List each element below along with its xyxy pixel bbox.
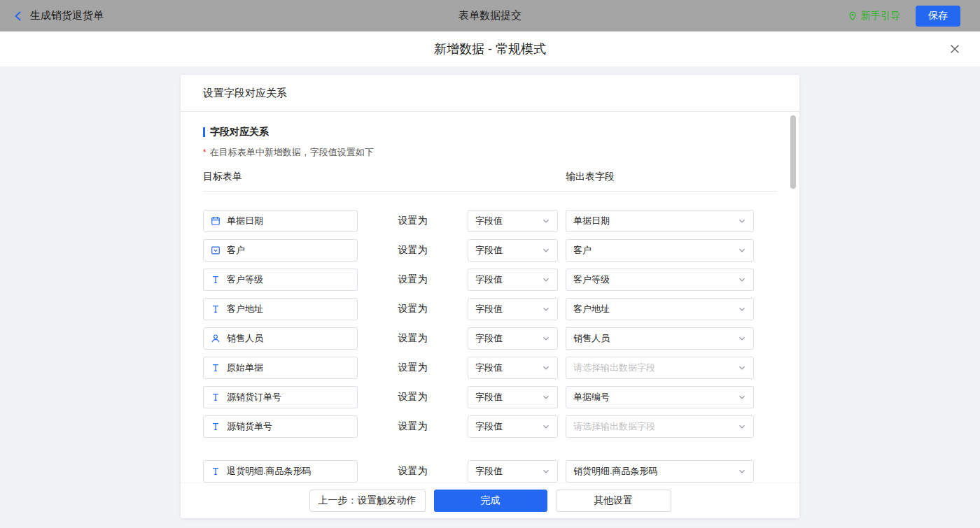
text-field-icon: [211, 275, 220, 285]
column-header-output-fields: 输出表字段: [566, 171, 615, 183]
value-mode-select[interactable]: 字段值: [468, 239, 558, 262]
output-field-select[interactable]: 客户: [566, 239, 754, 262]
value-mode-label: 字段值: [475, 332, 503, 345]
set-as-label: 设置为: [358, 391, 468, 404]
output-field-select[interactable]: 请选择输出数据字段: [566, 357, 754, 379]
output-field-label: 请选择输出数据字段: [573, 362, 655, 374]
section-accent-bar: [203, 127, 205, 137]
target-field-label: 源销货单号: [227, 420, 272, 433]
value-mode-label: 字段值: [475, 244, 503, 257]
output-field-select[interactable]: 客户等级: [566, 269, 754, 291]
field-mapping-row: 单据日期设置为字段值单据日期: [203, 210, 777, 232]
text-field-icon: [211, 363, 220, 373]
chevron-down-icon: [738, 422, 746, 431]
target-field-label: 单据日期: [227, 215, 263, 227]
value-mode-label: 字段值: [475, 465, 503, 478]
set-as-label: 设置为: [358, 332, 468, 345]
section-title-row: 字段对应关系: [203, 126, 777, 138]
target-field-label: 原始单据: [227, 362, 263, 374]
set-as-label: 设置为: [358, 420, 468, 433]
output-field-select[interactable]: 销货明细.商品条形码: [566, 460, 754, 483]
output-field-label: 单据日期: [573, 215, 610, 227]
scrollbar-thumb[interactable]: [790, 115, 796, 189]
value-mode-select[interactable]: 字段值: [468, 327, 558, 350]
beginner-guide-link[interactable]: 新手引导: [848, 10, 900, 22]
target-field[interactable]: 销售人员: [203, 327, 358, 350]
field-mapping-list: 单据日期设置为字段值单据日期客户设置为字段值客户客户等级设置为字段值客户等级客户…: [181, 192, 799, 483]
chevron-down-icon: [738, 217, 746, 225]
chevron-down-icon: [542, 422, 550, 431]
close-button[interactable]: [946, 41, 963, 57]
output-field-select[interactable]: 单据日期: [566, 210, 754, 232]
set-as-label: 设置为: [358, 215, 468, 227]
output-field-select[interactable]: 单据编号: [566, 386, 754, 408]
value-mode-label: 字段值: [475, 303, 503, 315]
text-field-icon: [211, 392, 220, 402]
text-field-icon: [211, 422, 220, 431]
required-asterisk: *: [203, 148, 206, 157]
chevron-down-icon: [542, 364, 550, 372]
back-label: 生成销货退货单: [30, 9, 104, 22]
section-title: 字段对应关系: [210, 126, 269, 138]
target-field[interactable]: 源销货单号: [203, 415, 358, 438]
field-mapping-row: 销售人员设置为字段值销售人员: [203, 327, 777, 350]
value-mode-select[interactable]: 字段值: [468, 415, 558, 438]
target-field-label: 客户地址: [227, 303, 263, 315]
chevron-down-icon: [542, 276, 550, 284]
text-field-icon: [211, 466, 220, 476]
previous-step-button[interactable]: 上一步：设置触发动作: [309, 490, 426, 512]
set-as-label: 设置为: [358, 362, 468, 374]
output-field-select[interactable]: 请选择输出数据字段: [566, 415, 754, 438]
value-mode-label: 字段值: [475, 391, 503, 404]
field-mapping-row: 客户等级设置为字段值客户等级: [203, 269, 777, 291]
dialog-title: 新增数据 - 常规模式: [434, 41, 546, 57]
topbar-title: 表单数据提交: [458, 9, 522, 22]
finish-button[interactable]: 完成: [434, 490, 547, 512]
target-field-label: 退货明细.商品条形码: [227, 465, 312, 478]
target-field[interactable]: 单据日期: [203, 210, 358, 232]
value-mode-label: 字段值: [475, 215, 503, 227]
value-mode-label: 字段值: [475, 420, 503, 433]
field-mapping-row: 客户地址设置为字段值客户地址: [203, 298, 777, 320]
user-field-icon: [211, 334, 220, 343]
value-mode-select[interactable]: 字段值: [468, 386, 558, 408]
target-field[interactable]: 原始单据: [203, 357, 358, 379]
dialog-body: 设置字段对应关系 字段对应关系 *在目标表单中新增数据，字段值设置如下 目标表单…: [0, 66, 980, 528]
value-mode-select[interactable]: 字段值: [468, 269, 558, 291]
field-mapping-row: 原始单据设置为字段值请选择输出数据字段: [203, 357, 777, 379]
topbar: 生成销货退货单 表单数据提交 新手引导 保存: [0, 0, 980, 31]
value-mode-select[interactable]: 字段值: [468, 298, 558, 320]
value-mode-select[interactable]: 字段值: [468, 460, 558, 483]
column-headers: 目标表单 输出表字段: [203, 171, 777, 192]
back-chevron-icon: [13, 10, 24, 22]
section-note-text: 在目标表单中新增数据，字段值设置如下: [210, 147, 374, 157]
set-as-label: 设置为: [358, 465, 468, 478]
set-as-label: 设置为: [358, 273, 468, 286]
target-field[interactable]: 退货明细.商品条形码: [203, 460, 358, 483]
chevron-down-icon: [738, 246, 746, 255]
target-field[interactable]: 客户地址: [203, 298, 358, 320]
other-settings-button[interactable]: 其他设置: [556, 490, 671, 512]
target-field[interactable]: 源销货订单号: [203, 386, 358, 408]
output-field-label: 请选择输出数据字段: [573, 420, 655, 433]
value-mode-select[interactable]: 字段值: [468, 210, 558, 232]
output-field-select[interactable]: 销售人员: [566, 327, 754, 350]
target-field[interactable]: 客户: [203, 239, 358, 262]
beginner-guide-label: 新手引导: [861, 10, 900, 22]
output-field-label: 客户等级: [573, 273, 610, 286]
topbar-actions: 新手引导 保存: [848, 6, 960, 27]
section-note: *在目标表单中新增数据，字段值设置如下: [203, 146, 777, 159]
value-mode-select[interactable]: 字段值: [468, 357, 558, 379]
subform-group-gap: [203, 445, 777, 460]
chevron-down-icon: [738, 393, 746, 401]
target-field[interactable]: 客户等级: [203, 269, 358, 291]
save-button[interactable]: 保存: [916, 6, 960, 27]
dialog-header: 新增数据 - 常规模式: [0, 31, 980, 66]
text-field-icon: [211, 304, 220, 314]
chevron-down-icon: [738, 276, 746, 284]
select-field-icon: [211, 245, 220, 255]
set-as-label: 设置为: [358, 303, 468, 315]
output-field-select[interactable]: 客户地址: [566, 298, 754, 320]
chevron-down-icon: [542, 334, 550, 343]
back-button[interactable]: 生成销货退货单: [13, 9, 104, 22]
